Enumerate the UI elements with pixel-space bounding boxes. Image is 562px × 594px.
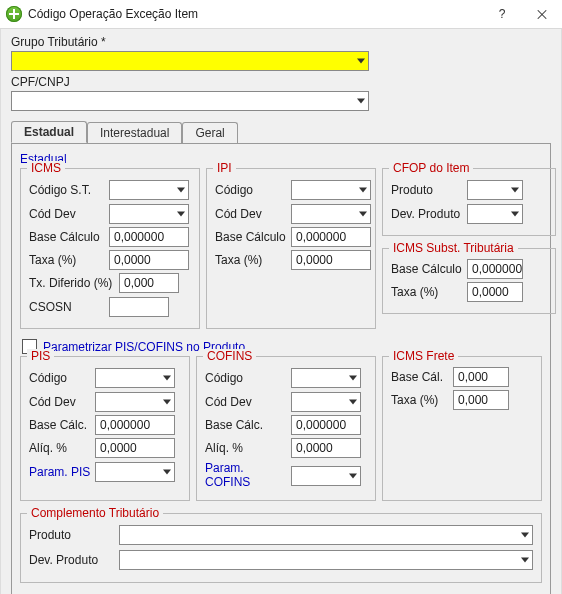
- cpf-cnpj-label: CPF/CNPJ: [11, 75, 551, 89]
- chevron-down-icon: [163, 400, 171, 405]
- pis-param-select[interactable]: [95, 462, 175, 482]
- cfop-produto-select[interactable]: [467, 180, 523, 200]
- pis-aliq-label: Alíq. %: [29, 441, 95, 455]
- chevron-down-icon: [349, 473, 357, 478]
- ipi-group: IPI Código Cód Dev Base Cálculo 0,000000…: [206, 168, 376, 329]
- ipi-cod-dev-label: Cód Dev: [215, 207, 291, 221]
- icms-st-group: ICMS Subst. Tributária Base Cálculo 0,00…: [382, 248, 556, 314]
- cofins-aliq-input[interactable]: 0,0000: [291, 438, 361, 458]
- ipi-codigo-select[interactable]: [291, 180, 371, 200]
- grupo-tributario-label: Grupo Tributário *: [11, 35, 551, 49]
- icms-st-base-calc-label: Base Cálculo: [391, 262, 467, 276]
- pis-cod-dev-select[interactable]: [95, 392, 175, 412]
- frete-base-cal-input[interactable]: 0,000: [453, 367, 509, 387]
- titlebar: Código Operação Exceção Item ?: [0, 0, 562, 29]
- cpf-cnpj-select[interactable]: [11, 91, 369, 111]
- pis-base-calc-input[interactable]: 0,000000: [95, 415, 175, 435]
- icms-st-taxa-label: Taxa (%): [391, 285, 467, 299]
- cofins-codigo-label: Código: [205, 371, 291, 385]
- icms-csosn-input[interactable]: [109, 297, 169, 317]
- icms-csosn-label: CSOSN: [29, 300, 109, 314]
- cofins-cod-dev-select[interactable]: [291, 392, 361, 412]
- tab-strip: Estadual Interestadual Geral: [11, 121, 551, 144]
- chevron-down-icon: [357, 99, 365, 104]
- icms-codigo-st-label: Código S.T.: [29, 183, 109, 197]
- cofins-cod-dev-label: Cód Dev: [205, 395, 291, 409]
- param-piscofins-row: Parametrizar PIS/COFINS no Produto: [22, 339, 542, 354]
- chevron-down-icon: [511, 212, 519, 217]
- cofins-param-label: Param. COFINS: [205, 461, 291, 489]
- frete-taxa-label: Taxa (%): [391, 393, 453, 407]
- chevron-down-icon: [177, 188, 185, 193]
- icms-base-calc-input[interactable]: 0,000000: [109, 227, 189, 247]
- chevron-down-icon: [357, 59, 365, 64]
- chevron-down-icon: [511, 188, 519, 193]
- cofins-group: COFINS Código Cód Dev Base Cálc. 0,00000…: [196, 356, 376, 501]
- ipi-cod-dev-select[interactable]: [291, 204, 371, 224]
- chevron-down-icon: [359, 188, 367, 193]
- complemento-group: Complemento Tributário Produto Dev. Prod…: [20, 513, 542, 583]
- tab-interestadual[interactable]: Interestadual: [87, 122, 182, 143]
- pis-aliq-input[interactable]: 0,0000: [95, 438, 175, 458]
- tab-geral[interactable]: Geral: [182, 122, 237, 143]
- chevron-down-icon: [177, 212, 185, 217]
- pis-group: PIS Código Cód Dev Base Cálc. 0,000000 A…: [20, 356, 190, 501]
- plus-icon: [6, 6, 22, 22]
- tab-sheet: Estadual ICMS Código S.T. Cód Dev Base C…: [11, 143, 551, 594]
- icms-cod-dev-label: Cód Dev: [29, 207, 109, 221]
- icms-st-base-calc-input[interactable]: 0,000000: [467, 259, 523, 279]
- pis-base-calc-label: Base Cálc.: [29, 418, 95, 432]
- frete-base-cal-label: Base Cál.: [391, 370, 453, 384]
- grupo-tributario-select[interactable]: [11, 51, 369, 71]
- cfop-dev-produto-select[interactable]: [467, 204, 523, 224]
- icms-tx-diferido-label: Tx. Diferido (%): [29, 276, 119, 290]
- cofins-legend: COFINS: [203, 349, 256, 363]
- chevron-down-icon: [349, 400, 357, 405]
- complemento-dev-produto-select[interactable]: [119, 550, 533, 570]
- icms-tx-diferido-input[interactable]: 0,000: [119, 273, 179, 293]
- ipi-base-calc-label: Base Cálculo: [215, 230, 291, 244]
- cfop-legend: CFOP do Item: [389, 161, 473, 175]
- pis-codigo-label: Código: [29, 371, 95, 385]
- complemento-legend: Complemento Tributário: [27, 506, 163, 520]
- help-button[interactable]: ?: [482, 0, 522, 28]
- ipi-codigo-label: Código: [215, 183, 291, 197]
- icms-codigo-st-select[interactable]: [109, 180, 189, 200]
- ipi-base-calc-input[interactable]: 0,000000: [291, 227, 371, 247]
- icms-st-taxa-input[interactable]: 0,0000: [467, 282, 523, 302]
- tab-estadual[interactable]: Estadual: [11, 121, 87, 143]
- cofins-aliq-label: Alíq. %: [205, 441, 291, 455]
- icms-frete-group: ICMS Frete Base Cál. 0,000 Taxa (%) 0,00…: [382, 356, 542, 501]
- pis-legend: PIS: [27, 349, 54, 363]
- icms-group: ICMS Código S.T. Cód Dev Base Cálculo 0,…: [20, 168, 200, 329]
- ipi-legend: IPI: [213, 161, 236, 175]
- chevron-down-icon: [349, 376, 357, 381]
- window-title: Código Operação Exceção Item: [28, 7, 482, 21]
- frete-taxa-input[interactable]: 0,000: [453, 390, 509, 410]
- icms-legend: ICMS: [27, 161, 65, 175]
- chevron-down-icon: [359, 212, 367, 217]
- cofins-base-calc-label: Base Cálc.: [205, 418, 291, 432]
- close-button[interactable]: [522, 0, 562, 28]
- icms-taxa-label: Taxa (%): [29, 253, 109, 267]
- complemento-produto-select[interactable]: [119, 525, 533, 545]
- icms-base-calc-label: Base Cálculo: [29, 230, 109, 244]
- cfop-dev-produto-label: Dev. Produto: [391, 207, 467, 221]
- client-area: Grupo Tributário * CPF/CNPJ Estadual Int…: [0, 29, 562, 594]
- chevron-down-icon: [521, 558, 529, 563]
- icms-taxa-input[interactable]: 0,0000: [109, 250, 189, 270]
- chevron-down-icon: [163, 376, 171, 381]
- pis-codigo-select[interactable]: [95, 368, 175, 388]
- cfop-group: CFOP do Item Produto Dev. Produto: [382, 168, 556, 236]
- complemento-produto-label: Produto: [29, 528, 119, 542]
- cofins-param-select[interactable]: [291, 466, 361, 486]
- cofins-base-calc-input[interactable]: 0,000000: [291, 415, 361, 435]
- chevron-down-icon: [521, 533, 529, 538]
- cfop-produto-label: Produto: [391, 183, 467, 197]
- ipi-taxa-input[interactable]: 0,0000: [291, 250, 371, 270]
- cofins-codigo-select[interactable]: [291, 368, 361, 388]
- icms-cod-dev-select[interactable]: [109, 204, 189, 224]
- icms-frete-legend: ICMS Frete: [389, 349, 458, 363]
- icms-st-legend: ICMS Subst. Tributária: [389, 241, 518, 255]
- complemento-dev-produto-label: Dev. Produto: [29, 553, 119, 567]
